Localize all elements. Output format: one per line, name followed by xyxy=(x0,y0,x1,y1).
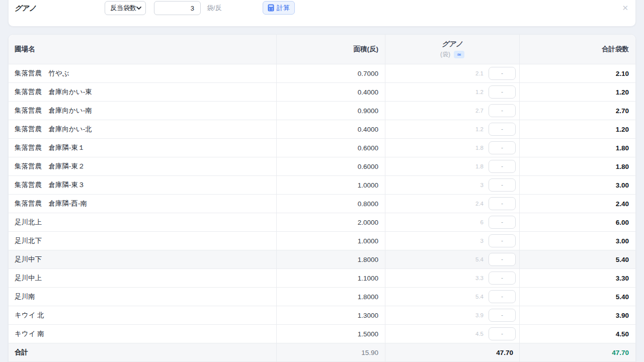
table-row: 集落営農 倉庫隣-西-南 0.8000 2.4 2.40 xyxy=(9,195,635,213)
unit-mode-value: 反当袋数 xyxy=(110,4,136,13)
field-name: 足川中下 xyxy=(15,255,42,264)
toolbar: グアノ 反当袋数 袋/反 計算 ✕ xyxy=(9,1,635,16)
guano-hint-value: 2.7 xyxy=(475,108,484,114)
table-row: 足川南 1.8000 5.4 5.40 xyxy=(9,288,635,306)
area-value: 2.0000 xyxy=(358,219,378,226)
guano-input[interactable] xyxy=(489,216,516,229)
table-row: キウイ 南 1.5000 4.5 4.50 xyxy=(9,325,635,343)
guano-input[interactable] xyxy=(489,67,516,80)
calculate-button-label: 計算 xyxy=(277,4,290,13)
table-row: 集落営農 倉庫向かい-東 0.4000 1.2 1.20 xyxy=(9,83,635,102)
table-row: 集落営農 倉庫向かい-南 0.9000 2.7 2.70 xyxy=(9,102,635,120)
row-total-bags: 5.40 xyxy=(616,256,629,263)
guano-input[interactable] xyxy=(489,272,516,285)
area-value: 1.5000 xyxy=(358,330,378,338)
guano-hint-value: 3 xyxy=(480,238,484,244)
guano-input[interactable] xyxy=(489,160,516,173)
table-row: 集落営農 倉庫隣-東２ 0.6000 1.8 1.80 xyxy=(9,157,635,176)
table-body: 集落営農 竹やぶ 0.7000 2.1 2.10 集落営農 倉庫向かい-東 0.… xyxy=(9,64,635,343)
table-row: 足川北下 1.0000 3 3.00 xyxy=(9,232,635,250)
row-total-bags: 1.20 xyxy=(616,126,629,133)
footer-guano-total: 47.70 xyxy=(385,343,520,361)
guano-hint-value: 2.1 xyxy=(475,70,484,76)
guano-hint-value: 4.5 xyxy=(475,331,484,337)
field-name: 集落営農 竹やぶ xyxy=(15,69,69,78)
field-name: 足川中上 xyxy=(15,274,42,283)
area-value: 1.0000 xyxy=(358,237,378,245)
table-row: 集落営農 倉庫隣-東３ 1.0000 3 3.00 xyxy=(9,176,635,195)
table-row: 足川北上 2.0000 6 6.00 xyxy=(9,213,635,232)
guano-input[interactable] xyxy=(489,290,516,303)
row-total-bags: 2.40 xyxy=(616,200,629,208)
row-total-bags: 1.20 xyxy=(616,88,629,96)
field-name: 集落営農 倉庫向かい-北 xyxy=(15,125,92,134)
guano-input[interactable] xyxy=(489,309,516,322)
table-header-row: 圃場名 面積(反) グアノ (袋) ≃ 合計袋数 xyxy=(9,35,635,64)
field-name: 足川北上 xyxy=(15,218,42,227)
row-total-bags: 1.80 xyxy=(616,163,629,170)
unit-mode-select[interactable]: 反当袋数 xyxy=(105,1,146,15)
table-row: 足川中下 1.8000 5.4 5.40 xyxy=(9,250,635,269)
guano-input[interactable] xyxy=(489,104,516,117)
row-total-bags: 3.30 xyxy=(616,275,629,282)
row-total-bags: 1.80 xyxy=(616,144,629,152)
field-name: 集落営農 倉庫隣-東１ xyxy=(15,143,85,152)
guano-hint-value: 1.8 xyxy=(475,163,484,169)
approximate-badge[interactable]: ≃ xyxy=(454,51,464,58)
table-row: 集落営農 倉庫隣-東１ 0.6000 1.8 1.80 xyxy=(9,139,635,157)
table-row: 集落営農 竹やぶ 0.7000 2.1 2.10 xyxy=(9,64,635,83)
field-name: 集落営農 倉庫隣-東２ xyxy=(15,162,85,171)
row-total-bags: 6.00 xyxy=(616,219,629,226)
table-footer-row: 合計 15.90 47.70 47.70 xyxy=(9,343,635,362)
guano-input[interactable] xyxy=(489,253,516,266)
guano-input[interactable] xyxy=(489,327,516,340)
area-value: 0.9000 xyxy=(358,107,378,115)
field-name: キウイ 北 xyxy=(15,311,44,320)
row-total-bags: 3.00 xyxy=(616,182,629,189)
guano-hint-value: 5.4 xyxy=(475,294,484,300)
field-name: 集落営農 倉庫隣-東３ xyxy=(15,180,85,190)
table-row: 集落営農 倉庫向かい-北 0.4000 1.2 1.20 xyxy=(9,120,635,139)
guano-input[interactable] xyxy=(489,123,516,136)
field-name: 集落営農 倉庫向かい-東 xyxy=(15,87,92,97)
row-total-bags: 2.70 xyxy=(616,107,629,115)
area-value: 0.7000 xyxy=(358,70,378,77)
guano-hint-value: 5.4 xyxy=(475,256,484,262)
fertilizer-settings-panel: グアノ 反当袋数 袋/反 計算 ✕ xyxy=(8,0,636,27)
area-value: 1.8000 xyxy=(358,293,378,301)
bags-per-tan-input[interactable] xyxy=(154,1,201,15)
guano-input[interactable] xyxy=(489,85,516,99)
guano-hint-value: 3.3 xyxy=(475,275,484,281)
guano-hint-value: 1.8 xyxy=(475,145,484,151)
column-header-total-bags: 合計袋数 xyxy=(520,35,635,64)
bags-per-tan-unit-label: 袋/反 xyxy=(207,1,222,16)
field-fertilizer-table: 圃場名 面積(反) グアノ (袋) ≃ 合計袋数 集落営農 竹やぶ 0.7000… xyxy=(8,34,636,362)
guano-hint-value: 2.4 xyxy=(475,201,484,207)
row-total-bags: 5.40 xyxy=(616,293,629,301)
guano-hint-value: 1.2 xyxy=(475,126,484,132)
field-name: 足川北下 xyxy=(15,236,42,245)
column-header-guano: グアノ (袋) ≃ xyxy=(385,35,520,64)
calculate-button[interactable]: 計算 xyxy=(263,1,295,15)
guano-input[interactable] xyxy=(489,197,516,210)
column-header-field-name: 圃場名 xyxy=(9,35,277,64)
footer-area-total: 15.90 xyxy=(277,343,385,361)
row-total-bags: 4.50 xyxy=(616,330,629,338)
chevron-down-icon xyxy=(136,7,141,10)
area-value: 0.4000 xyxy=(358,126,378,133)
field-name: 集落営農 倉庫向かい-南 xyxy=(15,106,92,115)
row-total-bags: 2.10 xyxy=(616,70,629,77)
guano-input[interactable] xyxy=(489,141,516,154)
guano-hint-value: 3.9 xyxy=(475,312,484,318)
guano-input[interactable] xyxy=(489,234,516,247)
guano-column-title: グアノ xyxy=(442,40,462,49)
field-name: キウイ 南 xyxy=(15,329,44,338)
area-value: 0.6000 xyxy=(358,163,378,170)
area-value: 0.8000 xyxy=(358,200,378,208)
column-header-area: 面積(反) xyxy=(277,35,385,64)
close-icon[interactable]: ✕ xyxy=(622,1,628,16)
area-value: 0.4000 xyxy=(358,88,378,96)
table-row: 足川中上 1.1000 3.3 3.30 xyxy=(9,269,635,288)
guano-input[interactable] xyxy=(489,178,516,192)
table-row: キウイ 北 1.3000 3.9 3.90 xyxy=(9,306,635,325)
